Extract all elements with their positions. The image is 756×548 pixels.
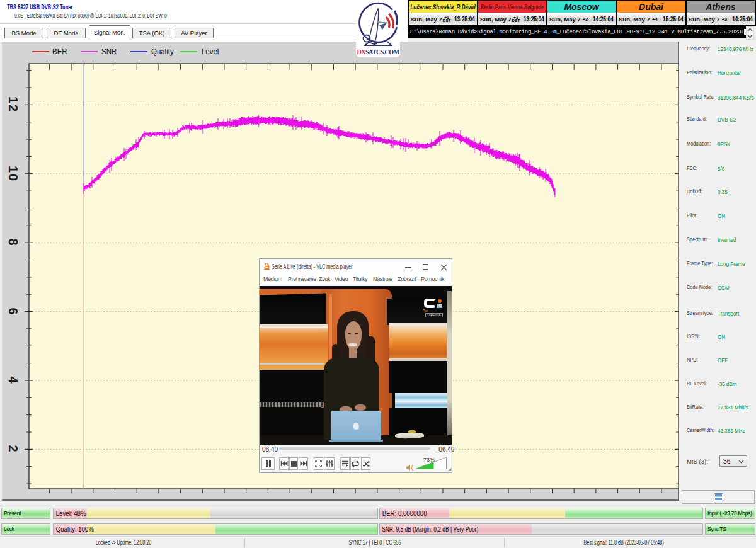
svg-text:DXSATCS.COM: DXSATCS.COM	[357, 49, 400, 55]
